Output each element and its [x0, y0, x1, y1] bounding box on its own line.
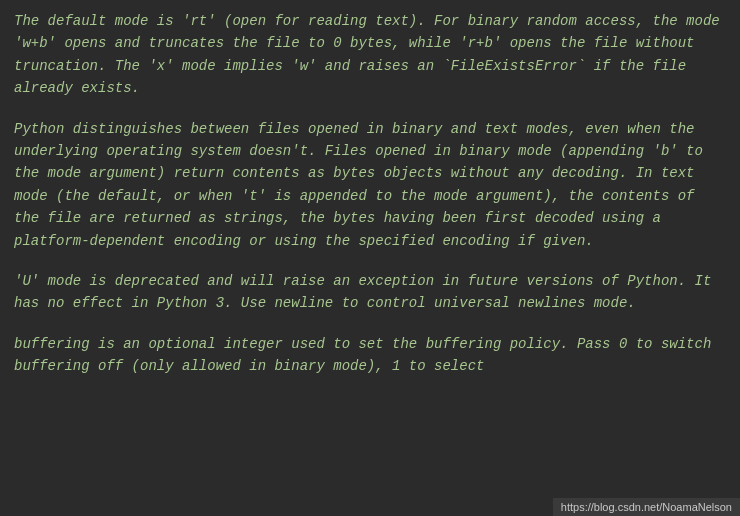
main-content: The default mode is 'rt' (open for readi…	[0, 0, 740, 405]
tooltip-bar: https://blog.csdn.net/NoamaNelson	[553, 498, 740, 516]
paragraph-4-text: buffering is an optional integer used to…	[14, 333, 726, 378]
paragraph-1: The default mode is 'rt' (open for readi…	[14, 10, 726, 100]
paragraph-3-text: 'U' mode is deprecated and will raise an…	[14, 270, 726, 315]
paragraph-3: 'U' mode is deprecated and will raise an…	[14, 270, 726, 315]
paragraph-2: Python distinguishes between files opene…	[14, 118, 726, 252]
paragraph-1-text: The default mode is 'rt' (open for readi…	[14, 10, 726, 100]
paragraph-2-text: Python distinguishes between files opene…	[14, 118, 726, 252]
tooltip-text: https://blog.csdn.net/NoamaNelson	[561, 501, 732, 513]
paragraph-4: buffering is an optional integer used to…	[14, 333, 726, 378]
